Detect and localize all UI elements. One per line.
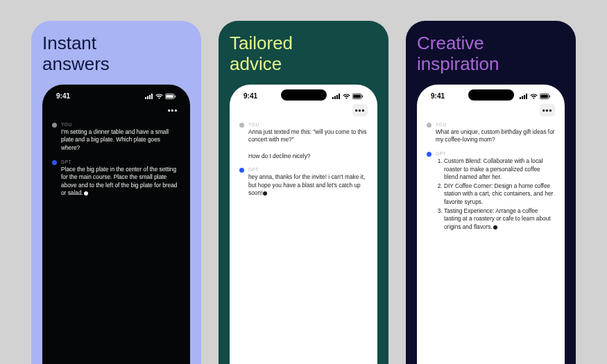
wifi-icon — [343, 94, 350, 99]
svg-rect-15 — [522, 96, 523, 99]
more-menu-button[interactable]: ••• — [540, 104, 555, 116]
gpt-message-text: hey anna, thanks for the invite! i can't… — [248, 173, 368, 198]
svg-rect-20 — [549, 95, 550, 97]
panel-tailored-advice: Tailored advice 9:41 ••• YOU Anna just t… — [219, 21, 388, 364]
gpt-message: GPT Custom Blend: Collaborate with a loc… — [427, 151, 555, 232]
svg-rect-12 — [353, 94, 361, 98]
typing-cursor-icon — [84, 191, 88, 196]
svg-rect-0 — [145, 97, 146, 99]
gpt-message-text: Place the big plate in the center of the… — [61, 166, 180, 198]
phone-mock-dark: 9:41 ••• YOU I'm setting a dinner table … — [42, 85, 190, 364]
svg-rect-7 — [332, 97, 334, 99]
chat-thread: YOU I'm setting a dinner table and have … — [49, 121, 183, 199]
gpt-message: GPT hey anna, thanks for the invite! i c… — [239, 167, 368, 198]
svg-rect-9 — [336, 95, 338, 99]
svg-rect-10 — [339, 94, 340, 99]
svg-rect-6 — [175, 95, 176, 97]
user-message-text: What are unique, custom birthday gift id… — [436, 128, 555, 144]
svg-rect-2 — [149, 95, 151, 99]
typing-cursor-icon — [493, 225, 497, 229]
gpt-avatar-dot — [427, 152, 431, 157]
svg-rect-5 — [166, 94, 173, 98]
status-icons — [520, 94, 551, 99]
svg-rect-3 — [151, 94, 153, 99]
user-message: YOU I'm setting a dinner table and have … — [52, 122, 180, 153]
chat-thread: YOU What are unique, custom birthday gif… — [424, 121, 558, 234]
list-item: DIY Coffee Corner: Design a home coffee … — [444, 182, 555, 207]
dynamic-island — [281, 89, 327, 101]
wifi-icon — [530, 94, 538, 99]
role-label-you: YOU — [436, 122, 555, 127]
panel-instant-answers: Instant answers 9:41 ••• YOU I'm setting… — [31, 21, 201, 364]
chat-thread: YOU Anna just texted me this: "will you … — [237, 121, 370, 199]
user-message: YOU Anna just texted me this: "will you … — [239, 122, 368, 160]
signal-icon — [332, 94, 341, 99]
gpt-avatar-dot — [239, 168, 244, 173]
wifi-icon — [155, 94, 163, 99]
status-time: 9:41 — [431, 92, 445, 100]
user-message-text: Anna just texted me this: "will you come… — [248, 128, 368, 160]
svg-rect-8 — [334, 96, 336, 99]
status-bar: 9:41 — [49, 90, 183, 103]
more-menu-button[interactable]: ••• — [352, 104, 368, 116]
user-avatar-dot — [239, 123, 244, 128]
svg-rect-1 — [147, 96, 148, 99]
signal-icon — [145, 94, 153, 99]
battery-icon — [165, 94, 176, 99]
gpt-message: GPT Place the big plate in the center of… — [52, 159, 180, 198]
user-message: YOU What are unique, custom birthday gif… — [427, 122, 555, 144]
role-label-gpt: GPT — [61, 159, 180, 164]
role-label-you: YOU — [248, 122, 368, 127]
battery-icon — [352, 94, 364, 99]
status-icons — [332, 94, 364, 99]
svg-rect-19 — [540, 94, 548, 98]
panel-title: Creative inspiration — [417, 33, 565, 75]
gpt-avatar-dot — [52, 160, 57, 165]
list-item: Tasting Experience: Arrange a coffee tas… — [444, 207, 555, 232]
status-time: 9:41 — [243, 92, 257, 100]
more-menu-button[interactable]: ••• — [165, 104, 180, 116]
svg-rect-16 — [524, 95, 525, 99]
role-label-gpt: GPT — [248, 167, 368, 172]
panel-title: Tailored advice — [230, 33, 377, 75]
typing-cursor-icon — [263, 191, 267, 196]
status-icons — [145, 94, 176, 99]
gpt-response-list: Custom Blend: Collaborate with a local r… — [436, 157, 555, 231]
battery-icon — [540, 94, 551, 99]
panel-creative-inspiration: Creative inspiration 9:41 ••• YOU What a… — [406, 21, 576, 364]
phone-mock-light: 9:41 ••• YOU Anna just texted me this: "… — [230, 85, 377, 364]
user-avatar-dot — [52, 123, 57, 128]
user-avatar-dot — [427, 123, 431, 128]
phone-mock-light: 9:41 ••• YOU What are unique, custom bir… — [417, 85, 565, 364]
svg-rect-14 — [520, 97, 521, 99]
list-item: Custom Blend: Collaborate with a local r… — [444, 157, 555, 182]
role-label-you: YOU — [61, 122, 180, 127]
svg-rect-17 — [526, 94, 527, 99]
panel-title: Instant answers — [42, 33, 190, 75]
svg-rect-13 — [362, 95, 363, 97]
status-time: 9:41 — [56, 92, 70, 100]
role-label-gpt: GPT — [436, 151, 555, 156]
user-message-text: I'm setting a dinner table and have a sm… — [61, 128, 180, 153]
dynamic-island — [468, 89, 514, 101]
signal-icon — [520, 94, 528, 99]
